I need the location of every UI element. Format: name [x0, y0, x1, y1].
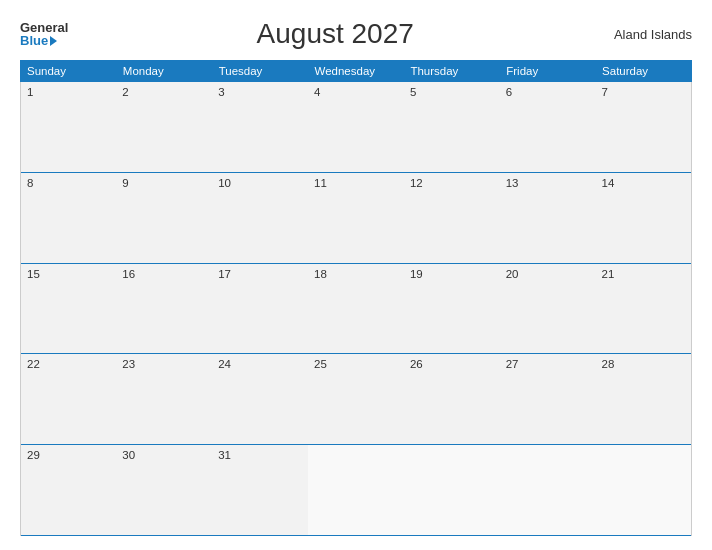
- calendar-day-cell: 6: [500, 82, 596, 173]
- calendar-week-row: 1234567: [21, 82, 692, 173]
- header-tuesday: Tuesday: [212, 61, 308, 82]
- calendar-day-cell: [500, 445, 596, 536]
- calendar-day-cell: [308, 445, 404, 536]
- calendar-day-cell: 17: [212, 263, 308, 354]
- calendar-day-cell: 8: [21, 172, 117, 263]
- calendar-day-cell: 28: [596, 354, 692, 445]
- calendar-week-row: 22232425262728: [21, 354, 692, 445]
- header-friday: Friday: [500, 61, 596, 82]
- calendar-day-cell: 15: [21, 263, 117, 354]
- logo: General Blue: [20, 21, 68, 47]
- calendar-title: August 2027: [68, 18, 602, 50]
- calendar-day-cell: 12: [404, 172, 500, 263]
- header-saturday: Saturday: [596, 61, 692, 82]
- calendar-day-cell: [596, 445, 692, 536]
- header-thursday: Thursday: [404, 61, 500, 82]
- calendar-day-cell: 2: [116, 82, 212, 173]
- region-label: Aland Islands: [602, 27, 692, 42]
- calendar-day-cell: 30: [116, 445, 212, 536]
- calendar-week-row: 293031: [21, 445, 692, 536]
- calendar-page: General Blue August 2027 Aland Islands S…: [0, 0, 712, 550]
- header-wednesday: Wednesday: [308, 61, 404, 82]
- calendar-day-cell: 20: [500, 263, 596, 354]
- calendar-day-cell: [404, 445, 500, 536]
- calendar-day-cell: 23: [116, 354, 212, 445]
- calendar-day-cell: 21: [596, 263, 692, 354]
- calendar-day-cell: 27: [500, 354, 596, 445]
- calendar-day-cell: 11: [308, 172, 404, 263]
- calendar-day-cell: 31: [212, 445, 308, 536]
- calendar-day-cell: 19: [404, 263, 500, 354]
- days-header-row: Sunday Monday Tuesday Wednesday Thursday…: [21, 61, 692, 82]
- calendar-day-cell: 1: [21, 82, 117, 173]
- calendar-day-cell: 14: [596, 172, 692, 263]
- logo-triangle-icon: [50, 36, 57, 46]
- calendar-week-row: 891011121314: [21, 172, 692, 263]
- calendar-day-cell: 3: [212, 82, 308, 173]
- calendar-day-cell: 7: [596, 82, 692, 173]
- calendar-day-cell: 5: [404, 82, 500, 173]
- header-monday: Monday: [116, 61, 212, 82]
- calendar-day-cell: 18: [308, 263, 404, 354]
- calendar-header: General Blue August 2027 Aland Islands: [20, 18, 692, 50]
- calendar-body: 1234567891011121314151617181920212223242…: [21, 82, 692, 536]
- calendar-day-cell: 29: [21, 445, 117, 536]
- calendar-day-cell: 26: [404, 354, 500, 445]
- header-sunday: Sunday: [21, 61, 117, 82]
- calendar-day-cell: 9: [116, 172, 212, 263]
- calendar-day-cell: 10: [212, 172, 308, 263]
- calendar-day-cell: 4: [308, 82, 404, 173]
- logo-blue-text: Blue: [20, 34, 57, 47]
- calendar-day-cell: 13: [500, 172, 596, 263]
- calendar-week-row: 15161718192021: [21, 263, 692, 354]
- calendar-day-cell: 16: [116, 263, 212, 354]
- calendar-day-cell: 25: [308, 354, 404, 445]
- calendar-day-cell: 22: [21, 354, 117, 445]
- calendar-day-cell: 24: [212, 354, 308, 445]
- calendar-table: Sunday Monday Tuesday Wednesday Thursday…: [20, 60, 692, 536]
